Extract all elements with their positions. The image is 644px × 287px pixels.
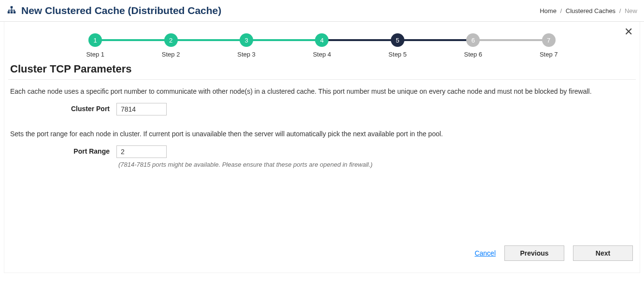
- breadcrumb-sep: /: [619, 7, 621, 14]
- port-range-label: Port Range: [10, 145, 116, 155]
- step-label: Step 6: [464, 51, 483, 58]
- step-circle: 4: [315, 33, 329, 47]
- step-circle: 2: [164, 33, 178, 47]
- svg-rect-7: [11, 10, 12, 11]
- close-icon[interactable]: ✕: [624, 27, 633, 37]
- step-label: Step 2: [162, 51, 180, 58]
- step-label: Step 4: [313, 51, 331, 58]
- step-circle: 3: [240, 33, 253, 47]
- title-wrap: New Clustered Cache (Distributed Cache): [7, 5, 221, 16]
- step-7[interactable]: 7Step 7: [511, 33, 587, 58]
- cluster-port-control: [116, 103, 167, 115]
- step-3[interactable]: 3Step 3: [209, 33, 284, 58]
- step-bar: [171, 39, 246, 41]
- cluster-port-label: Cluster Port: [10, 103, 116, 113]
- port-range-control: [116, 145, 167, 158]
- stepper: 1Step 12Step 23Step 34Step 45Step 56Step…: [4, 29, 640, 58]
- step-label: Step 7: [540, 51, 558, 58]
- spacer: [4, 168, 640, 241]
- wizard-panel: ✕ 1Step 12Step 23Step 34Step 45Step 56St…: [4, 22, 640, 273]
- page-header: New Clustered Cache (Distributed Cache) …: [0, 0, 644, 22]
- cluster-port-input[interactable]: [116, 103, 167, 115]
- step-2[interactable]: 2Step 2: [133, 33, 208, 58]
- svg-rect-1: [8, 11, 10, 14]
- step-bar: [246, 39, 322, 41]
- section-title: Cluster TCP Parameters: [8, 58, 636, 80]
- breadcrumb-current: New: [625, 7, 637, 14]
- svg-rect-6: [8, 10, 9, 11]
- port-range-hint: (7814-7815 ports might be available. Ple…: [118, 161, 640, 168]
- breadcrumb-sep: /: [560, 7, 562, 14]
- next-button[interactable]: Next: [573, 245, 633, 261]
- step-label: Step 1: [86, 51, 104, 58]
- step-4[interactable]: 4Step 4: [284, 33, 359, 58]
- previous-button[interactable]: Previous: [504, 245, 564, 261]
- breadcrumb-caches[interactable]: Clustered Caches: [566, 7, 615, 14]
- step-circle: 7: [542, 33, 556, 47]
- wizard-footer: Cancel Previous Next: [4, 241, 640, 266]
- step-bar: [398, 39, 473, 41]
- step-bar: [473, 39, 548, 41]
- port-range-row: Port Range: [8, 144, 636, 159]
- port-range-input[interactable]: [116, 145, 167, 158]
- step-label: Step 3: [237, 51, 256, 58]
- breadcrumb: Home / Clustered Caches / New: [540, 7, 637, 14]
- svg-rect-2: [11, 11, 13, 14]
- svg-rect-0: [11, 6, 13, 8]
- cluster-port-description: Each cache node uses a specific port num…: [8, 80, 636, 101]
- step-circle: 6: [466, 33, 480, 47]
- step-label: Step 5: [388, 51, 407, 58]
- step-bar: [322, 39, 397, 41]
- cluster-port-row: Cluster Port: [8, 101, 636, 122]
- cancel-link[interactable]: Cancel: [474, 249, 496, 257]
- page-title: New Clustered Cache (Distributed Cache): [21, 5, 221, 16]
- svg-rect-4: [11, 8, 12, 10]
- step-6[interactable]: 6Step 6: [435, 33, 511, 58]
- cluster-icon: [7, 6, 16, 16]
- port-range-description: Sets the port range for each node in clu…: [8, 122, 636, 144]
- svg-rect-3: [14, 11, 16, 14]
- step-circle: 1: [88, 33, 102, 47]
- svg-rect-8: [14, 10, 15, 11]
- step-bar: [95, 39, 171, 41]
- step-1[interactable]: 1Step 1: [57, 33, 133, 58]
- step-5[interactable]: 5Step 5: [360, 33, 435, 58]
- step-circle: 5: [391, 33, 404, 47]
- breadcrumb-home[interactable]: Home: [540, 7, 557, 14]
